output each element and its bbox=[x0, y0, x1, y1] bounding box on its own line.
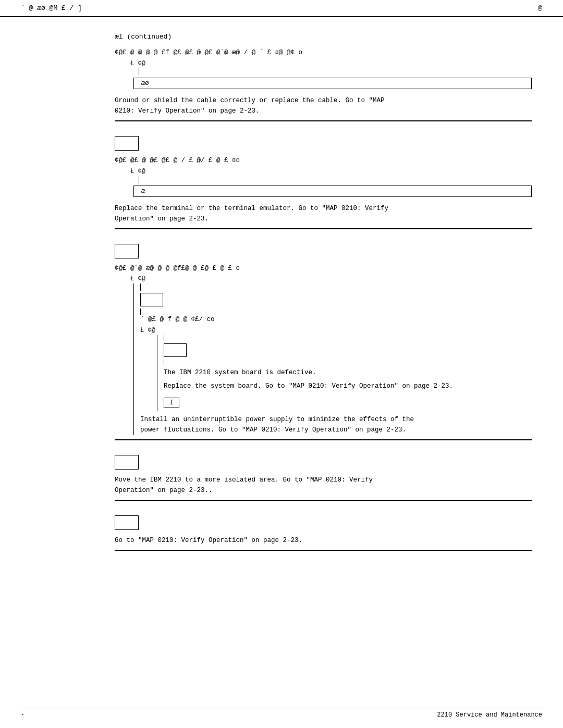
block4-rect bbox=[115, 455, 139, 470]
block2-diamond: æ bbox=[133, 186, 532, 197]
block4-instruction: Move the IBM 2210 to a more isolated are… bbox=[115, 475, 407, 496]
header-right: @ bbox=[538, 4, 542, 12]
block2-instruction: Replace the terminal or the terminal emu… bbox=[115, 203, 407, 224]
block1-diamond: æø bbox=[133, 78, 532, 89]
block2-separator bbox=[115, 228, 532, 229]
flow-block-4: Move the IBM 2210 to a more isolated are… bbox=[115, 455, 532, 501]
block3-sub-sub-rect bbox=[164, 343, 187, 357]
page-header: ` @ æø @M £ / ] @ bbox=[0, 0, 563, 17]
block5-separator bbox=[115, 550, 532, 551]
section-continued: æl (continued) bbox=[115, 33, 532, 41]
block3-i-button[interactable]: I bbox=[164, 398, 179, 408]
block1-separator bbox=[115, 120, 532, 121]
flow-block-5: Go to "MAP 0210: Verify Operation" on pa… bbox=[115, 515, 532, 551]
block1-flow-label: Ł ¢@ bbox=[130, 60, 532, 67]
content-area: æl (continued) ¢@£ @ @ @ @ £f @£ @£ @ @£… bbox=[0, 17, 563, 607]
block3-question: ¢@£ @´@ æ@ @ @ @f£@ @ £@ £ @ £ o bbox=[115, 264, 532, 274]
block3-sub-question: ` @£ @ f @ @ ¢£/ co bbox=[140, 315, 532, 325]
block3-rect bbox=[115, 244, 139, 258]
block5-instruction: Go to "MAP 0210: Verify Operation" on pa… bbox=[115, 535, 407, 546]
flow-block-1: ¢@£ @ @ @ @ £f @£ @£ @ @£ @´@ æ@ / @ ´ £… bbox=[115, 48, 532, 121]
block3-sub-instruction2: Replace the system board. Go to "MAP 021… bbox=[164, 381, 456, 391]
footer-title: 2210 Service and Maintenance bbox=[437, 711, 542, 719]
block3-separator bbox=[115, 439, 532, 440]
block3-sub-button-instruction: Install an uninterruptible power supply … bbox=[140, 414, 432, 435]
block5-rect bbox=[115, 515, 139, 530]
page-footer: · 2210 Service and Maintenance bbox=[21, 708, 542, 719]
block3-sub-flow-label: Ł ¢@ bbox=[140, 327, 532, 334]
block2-rect bbox=[115, 136, 139, 151]
block1-question: ¢@£ @ @ @ @ £f @£ @£ @ @£ @´@ æ@ / @ ´ £… bbox=[115, 48, 532, 58]
block3-flow-label: Ł ¢@ bbox=[130, 275, 532, 282]
block3-sub-rect bbox=[140, 293, 163, 306]
block2-flow-label: Ł ¢@ bbox=[130, 168, 532, 175]
block3-sub-instruction1: The IBM 2210 system board is defective. bbox=[164, 367, 456, 378]
block4-separator bbox=[115, 500, 532, 501]
flow-block-3: ¢@£ @´@ æ@ @ @ @f£@ @ £@ £ @ £ o Ł ¢@ ` … bbox=[115, 244, 532, 441]
block1-instruction: Ground or shield the cable correctly or … bbox=[115, 95, 407, 116]
block2-question: ¢@£ @£ @ @£ @£ @ / £ @/ £ @ £ ¤o bbox=[115, 156, 532, 166]
footer-page-number: · bbox=[21, 711, 25, 719]
header-left: ` @ æø @M £ / ] bbox=[21, 4, 82, 12]
flow-block-2: ¢@£ @£ @ @£ @£ @ / £ @/ £ @ £ ¤o Ł ¢@ æ … bbox=[115, 136, 532, 229]
